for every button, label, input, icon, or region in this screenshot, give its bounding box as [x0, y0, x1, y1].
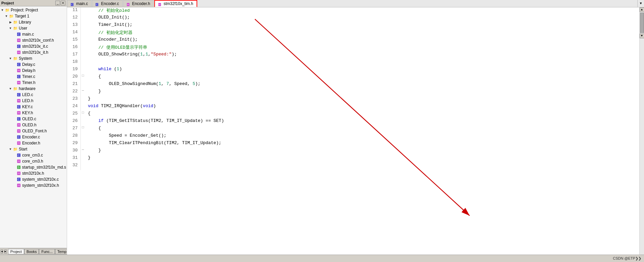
tree-item-core_cm3.h[interactable]: Hcore_cm3.h — [0, 158, 67, 164]
line-fold-indicator[interactable]: □ — [80, 111, 85, 118]
line-number: 14 — [67, 30, 80, 37]
tree-item-oled.c[interactable]: COLED.c — [0, 116, 67, 122]
tree-item-label: main.c — [22, 32, 34, 37]
tree-item-label: Project: Project — [11, 8, 38, 12]
tree-item-start[interactable]: ▼📁Start — [0, 146, 67, 152]
sidebar-tab-project[interactable]: Project — [8, 249, 24, 254]
scroll-up-btn[interactable]: ▲ — [640, 7, 644, 12]
line-fold-indicator[interactable]: □ — [80, 126, 85, 133]
tree-item-label: LED.h — [22, 98, 33, 103]
line-code-content: Encoder_Init(); — [85, 37, 639, 44]
scrollbar-track[interactable]: ▲ ▼ — [639, 7, 644, 255]
tree-item-stm32f10x_it.h[interactable]: Hstm32f10x_it.h — [0, 49, 67, 55]
line-number: 23 — [67, 96, 80, 103]
tree-item-stm32f10x.h[interactable]: Hstm32f10x.h — [0, 170, 67, 176]
tree-item-key.c[interactable]: CKEY.c — [0, 104, 67, 110]
tree-item-delay.c[interactable]: CDelay.c — [0, 61, 67, 68]
tree-item-main.c[interactable]: Cmain.c — [0, 31, 67, 37]
scroll-thumb[interactable] — [640, 13, 644, 33]
tree-item-core_cm3.c[interactable]: Ccore_cm3.c — [0, 152, 67, 158]
tree-item-hardware[interactable]: ▼📁hardware — [0, 86, 67, 92]
sidebar-tab-books[interactable]: Books — [24, 249, 39, 254]
code-row: 13 Timer_Init(); — [67, 22, 639, 30]
tab-Encoder-h[interactable]: HEncoder.h — [123, 0, 154, 7]
file-h-icon: H — [16, 159, 21, 164]
tree-item-encoder.c-hw[interactable]: CEncoder.c — [0, 134, 67, 140]
sidebar-close-btn[interactable]: ✕ — [61, 1, 65, 5]
tree-item-delay.h[interactable]: HDelay.h — [0, 68, 67, 74]
tree-item-system[interactable]: ▼📁System — [0, 55, 67, 61]
tab-label: stm32f10x_tim.h — [164, 1, 193, 6]
sidebar-tab-temp[interactable]: Temp... — [55, 249, 67, 254]
sidebar-minimize-btn[interactable]: _ — [55, 1, 60, 5]
tree-item-user[interactable]: ▼📁User — [0, 25, 67, 31]
tree-item-timer.h[interactable]: HTimer.h — [0, 80, 67, 86]
code-row: 32 — [67, 163, 639, 170]
expand-icon[interactable]: ▼ — [1, 8, 4, 12]
line-code-content: { — [85, 111, 639, 118]
expand-icon[interactable]: ▼ — [9, 27, 12, 30]
file-h-icon: H — [16, 140, 21, 146]
tree-item-stm32f10x_conf.h[interactable]: Hstm32f10x_conf.h — [0, 37, 67, 43]
folder-icon: 📁 — [13, 19, 18, 25]
tab-dropdown-btn[interactable]: ▼ — [637, 0, 644, 7]
line-fold-indicator — [80, 163, 85, 170]
line-fold-indicator[interactable]: □ — [80, 74, 85, 81]
code-container[interactable]: 11 // 初始化oled12 OLED_Init();13 Timer_Ini… — [67, 7, 639, 255]
expand-icon[interactable]: ▼ — [9, 87, 12, 90]
expand-icon[interactable]: ▶ — [9, 20, 12, 24]
line-code-content: OLED_ShowString(1,1,"Speed:"); — [85, 52, 639, 59]
line-fold-indicator[interactable]: — — [80, 89, 85, 96]
line-fold-indicator — [80, 15, 85, 22]
tree-item-key.h[interactable]: HKEY.h — [0, 110, 67, 116]
tree-item-label: Library — [19, 20, 31, 25]
scroll-left-btn[interactable]: ◀ — [1, 250, 3, 254]
tree-item-oled.h[interactable]: HOLED.h — [0, 122, 67, 128]
line-fold-indicator — [80, 44, 85, 52]
line-code-content: Timer_Init(); — [85, 22, 639, 30]
tree-item-timer.c[interactable]: CTimer.c — [0, 74, 67, 80]
scroll-right-btn[interactable]: ▶ — [4, 250, 7, 254]
tree-item-label: Delay.h — [22, 68, 36, 73]
line-code-content: { — [85, 74, 639, 81]
code-area: Cmain.cCEncoder.cHEncoder.hHstm32f10x_ti… — [67, 0, 644, 255]
tab-stm32f10x_tim-h[interactable]: Hstm32f10x_tim.h — [154, 0, 197, 7]
code-row: 21 OLED_ShowSignedNum(1, 7, Speed, 5); — [67, 81, 639, 89]
expand-icon[interactable]: ▼ — [5, 14, 8, 18]
code-row: 29 TIM_ClearITPendingBit(TIM2, TIM_IT_Up… — [67, 140, 639, 148]
tree-item-startup_stm32.s[interactable]: Sstartup_stm32f10x_md.s — [0, 164, 67, 170]
tree-item-library[interactable]: ▶📁Library — [0, 19, 67, 25]
folder-icon: 📁 — [13, 86, 18, 91]
tab-bar: Cmain.cCEncoder.cHEncoder.hHstm32f10x_ti… — [67, 0, 644, 7]
line-code-content: if (TIM_GetITStatus(TIM2, TIM_IT_Update)… — [85, 118, 639, 126]
tree-item-system_stm32.h[interactable]: Hsystem_stm32f10x.h — [0, 182, 67, 188]
code-row: 19 while (1) — [67, 67, 639, 74]
scroll-down-btn[interactable]: ▼ — [640, 34, 644, 38]
code-row: 30— } — [67, 148, 639, 155]
tree-item-oled_font.h[interactable]: HOLED_Font.h — [0, 128, 67, 134]
tree-item-led.c[interactable]: CLED.c — [0, 92, 67, 98]
expand-icon[interactable]: ▼ — [9, 57, 12, 60]
code-row: 12 OLED_Init(); — [67, 15, 639, 22]
code-row: 24void TIM2_IRQHandler(void) — [67, 103, 639, 111]
tab-label: Encoder.c — [101, 1, 119, 6]
tree-item-label: system_stm32f10x.c — [22, 177, 59, 182]
tab-main-c[interactable]: Cmain.c — [67, 0, 92, 7]
tree-item-system_stm32.c[interactable]: Csystem_stm32f10x.c — [0, 176, 67, 182]
status-bar: CSDN @ETP❯❯ — [0, 255, 644, 262]
sidebar-tab-func[interactable]: Func... — [39, 249, 55, 254]
line-code-content: // 初始化定时器 — [85, 30, 639, 37]
line-code-content — [85, 59, 639, 67]
tab-Encoder-c[interactable]: CEncoder.c — [92, 0, 122, 7]
line-number: 15 — [67, 37, 80, 44]
tree-item-encoder.h-hw[interactable]: HEncoder.h — [0, 140, 67, 146]
line-fold-indicator[interactable]: — — [80, 148, 85, 155]
tree-item-stm32f10x_it.c[interactable]: Cstm32f10x_it.c — [0, 43, 67, 49]
line-number: 29 — [67, 140, 80, 148]
tree-item-project-root[interactable]: ▼📁Project: Project — [0, 7, 67, 13]
tree-item-label: System — [19, 56, 32, 61]
tree-item-target1[interactable]: ▼📁Target 1 — [0, 13, 67, 19]
expand-icon[interactable]: ▼ — [9, 147, 12, 151]
tree-item-led.h[interactable]: HLED.h — [0, 98, 67, 104]
sidebar-title: Project — [1, 1, 14, 5]
